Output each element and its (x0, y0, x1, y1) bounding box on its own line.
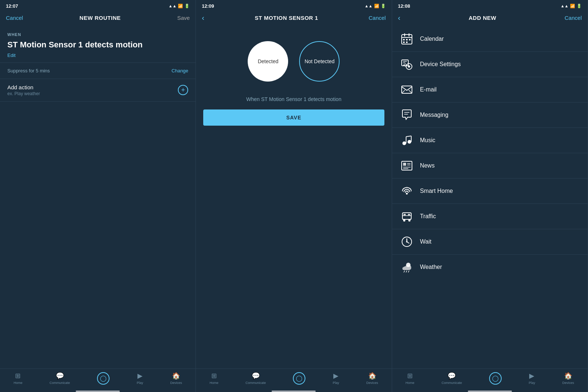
screen3-add-new: 12:08 ▲▲ 📶 🔋 ‹ ADD NEW Cancel (392, 0, 588, 392)
tab-devices-2[interactable]: 🏠 Devices (366, 372, 378, 385)
calendar-svg (401, 33, 413, 45)
tab-alexa-2[interactable]: ◯ (293, 372, 305, 385)
wifi-icon: 📶 (178, 4, 183, 8)
edit-link[interactable]: Edit (0, 52, 196, 62)
menu-item-messaging[interactable]: Messaging (392, 103, 588, 128)
menu-item-device-settings[interactable]: Device Settings (392, 52, 588, 77)
menu-item-wait[interactable]: Wait (392, 229, 588, 255)
devices-icon-3: 🏠 (564, 372, 572, 380)
play-icon: ▶ (137, 372, 143, 380)
save-button-2[interactable]: SAVE (203, 109, 384, 126)
add-action-subtitle: ex. Play weather (7, 91, 40, 96)
divider-3 (0, 101, 196, 102)
news-label: News (420, 162, 435, 169)
music-svg (401, 134, 413, 146)
messaging-svg (401, 109, 413, 121)
tab-play-2[interactable]: ▶ Play (333, 372, 339, 385)
device-settings-svg (401, 58, 413, 70)
traffic-svg (401, 211, 413, 222)
play-icon-2: ▶ (333, 372, 338, 380)
svg-line-46 (406, 271, 407, 272)
status-icons-3: ▲▲ 📶 🔋 (560, 4, 582, 8)
svg-line-45 (404, 271, 405, 272)
suppress-text: Suppress for 5 mins (7, 68, 50, 73)
tab-home-1[interactable]: ⊞ Home (14, 372, 22, 385)
home-icon: ⊞ (15, 372, 21, 380)
tab-home-3[interactable]: ⊞ Home (406, 372, 415, 385)
calendar-icon (399, 32, 414, 46)
email-label: E-mail (420, 86, 437, 93)
svg-rect-5 (406, 39, 408, 40)
screen3-content: Calendar Device Settings (392, 26, 588, 368)
menu-item-calendar[interactable]: Calendar (392, 26, 588, 52)
smart-home-label: Smart Home (420, 188, 453, 194)
nav-title-3: ADD NEW (469, 15, 496, 21)
back-button-2[interactable]: ‹ (202, 12, 204, 24)
save-button-1[interactable]: Save (177, 13, 190, 22)
tab-communicate-1[interactable]: 💬 Communicate (50, 372, 70, 385)
status-bar-2: 12:09 ▲▲ 📶 🔋 (196, 0, 391, 10)
add-new-menu-list: Calendar Device Settings (392, 26, 588, 280)
tab-devices-label-1: Devices (170, 381, 182, 385)
nav-bar-1: Cancel NEW ROUTINE Save (0, 10, 196, 26)
menu-item-email[interactable]: E-mail (392, 77, 588, 103)
nav-bar-2: ‹ ST MOTION SENSOR 1 Cancel (196, 10, 391, 26)
tab-play-label-1: Play (137, 381, 143, 385)
svg-point-31 (406, 193, 408, 195)
cancel-button-1[interactable]: Cancel (6, 13, 23, 22)
tab-devices-label-3: Devices (562, 381, 574, 385)
home-indicator-2 (272, 391, 316, 392)
tab-home-2[interactable]: ⊞ Home (209, 372, 218, 385)
communicate-icon-2: 💬 (252, 372, 260, 380)
svg-rect-6 (409, 39, 410, 40)
not-detected-option[interactable]: Not Detected (299, 41, 340, 82)
tab-play-label-2: Play (333, 381, 339, 385)
status-icons-1: ▲▲ 📶 🔋 (169, 4, 190, 8)
home-icon-2: ⊞ (211, 372, 217, 380)
tab-home-label-2: Home (209, 381, 218, 385)
svg-rect-8 (406, 42, 408, 43)
alexa-circle-3: ◯ (489, 372, 502, 385)
tab-play-1[interactable]: ▶ Play (137, 372, 143, 385)
tab-bar-3: ⊞ Home 💬 Communicate ◯ ▶ Play 🏠 Devices (392, 368, 588, 389)
communicate-icon: 💬 (56, 372, 64, 380)
svg-point-43 (406, 241, 408, 242)
cancel-button-2[interactable]: Cancel (369, 13, 386, 22)
menu-item-traffic[interactable]: Traffic (392, 204, 588, 229)
tab-devices-1[interactable]: 🏠 Devices (170, 372, 182, 385)
tab-devices-3[interactable]: 🏠 Devices (562, 372, 574, 385)
tab-alexa-1[interactable]: ◯ (97, 372, 110, 385)
menu-item-weather[interactable]: Weather (392, 255, 588, 280)
communicate-icon-3: 💬 (448, 372, 456, 380)
smart-home-svg (401, 185, 413, 197)
menu-item-smart-home[interactable]: Smart Home (392, 179, 588, 204)
email-svg (401, 84, 413, 96)
battery-icon-2: 🔋 (381, 4, 386, 8)
add-action-plus-button[interactable]: + (178, 85, 188, 95)
tab-alexa-3[interactable]: ◯ (489, 372, 502, 385)
tab-play-label-3: Play (529, 381, 535, 385)
sensor-description: When ST Motion Sensor 1 detects motion (196, 89, 391, 108)
weather-icon (399, 260, 414, 274)
detected-label: Detected (258, 58, 278, 64)
detected-option[interactable]: Detected (248, 41, 288, 82)
back-button-3[interactable]: ‹ (398, 12, 401, 24)
menu-item-music[interactable]: Music (392, 128, 588, 153)
menu-item-news[interactable]: News (392, 153, 588, 179)
nav-title-1: NEW ROUTINE (79, 15, 121, 21)
cancel-button-3[interactable]: Cancel (564, 13, 582, 22)
tab-communicate-3[interactable]: 💬 Communicate (441, 372, 462, 385)
nav-bar-3: ‹ ADD NEW Cancel (392, 10, 588, 26)
tab-communicate-2[interactable]: 💬 Communicate (245, 372, 266, 385)
battery-icon: 🔋 (184, 4, 190, 8)
tab-play-3[interactable]: ▶ Play (529, 372, 535, 385)
screen2-motion-sensor: 12:09 ▲▲ 📶 🔋 ‹ ST MOTION SENSOR 1 Cancel… (196, 0, 392, 392)
messaging-icon (399, 108, 414, 122)
nav-title-2: ST MOTION SENSOR 1 (255, 15, 318, 21)
status-time-2: 12:09 (202, 3, 214, 9)
change-button[interactable]: Change (172, 68, 189, 73)
home-indicator-1 (76, 391, 120, 392)
tab-home-label-1: Home (14, 381, 22, 385)
device-settings-label: Device Settings (420, 61, 461, 68)
add-action-row: Add action ex. Play weather + (0, 79, 196, 101)
